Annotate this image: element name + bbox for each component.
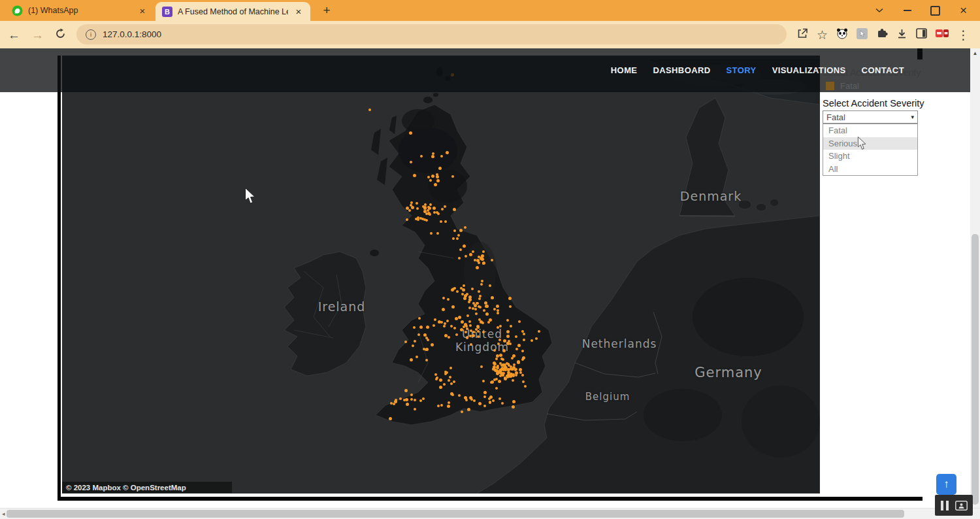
browser-tab-strip: (1) WhatsApp × B A Fused Method of Machi… <box>0 0 980 21</box>
severity-select[interactable]: Fatal ▾ <box>823 110 918 124</box>
minimize-button[interactable] <box>893 0 921 21</box>
nav-link-home[interactable]: HOME <box>609 65 640 75</box>
mouse-cursor-icon <box>244 188 255 207</box>
reload-icon[interactable] <box>55 28 66 42</box>
picture-in-picture-icon[interactable] <box>955 501 968 511</box>
share-icon[interactable] <box>796 27 808 42</box>
severity-select-label: Select Accident Severity <box>823 98 924 109</box>
nav-link-contact[interactable]: CONTACT <box>860 65 906 75</box>
scroll-left-arrow-icon[interactable]: ◂ <box>2 511 5 517</box>
bookmark-star-icon[interactable]: ☆ <box>817 29 828 41</box>
severity-dropdown: Fatal Serious Slight All <box>823 124 918 176</box>
nav-link-dashboard[interactable]: DASHBOARD <box>651 65 712 75</box>
tab-whatsapp[interactable]: (1) WhatsApp × <box>5 0 154 21</box>
scroll-to-top-button[interactable]: ↑ <box>936 474 956 495</box>
close-tab-icon[interactable]: × <box>293 6 304 17</box>
main-nav: HOME DASHBOARD STORY VISUALIZATIONS CONT… <box>609 48 906 92</box>
address-bar[interactable]: i 127.0.0.1:8000 <box>76 24 787 44</box>
horizontal-scrollbar[interactable]: ◂ <box>0 508 980 519</box>
cursor-extension-icon[interactable] <box>857 28 868 42</box>
bootstrap-favicon: B <box>162 7 172 17</box>
downloads-icon[interactable] <box>896 28 907 42</box>
severity-select-value: Fatal <box>823 112 911 122</box>
whatsapp-icon <box>12 5 23 16</box>
side-panel-icon[interactable] <box>916 28 927 41</box>
back-icon[interactable]: ← <box>8 29 20 41</box>
option-fatal[interactable]: Fatal <box>823 124 917 137</box>
mapbox-map[interactable] <box>62 56 820 494</box>
tab-active-fused-method[interactable]: B A Fused Method of Machine Lea × <box>155 2 310 21</box>
extensions-puzzle-icon[interactable] <box>876 27 888 42</box>
kebab-menu-icon[interactable]: ⋮ <box>957 29 970 41</box>
tab-search-icon[interactable] <box>865 0 893 21</box>
toolbar-action-icons: ☆ ⋮ <box>796 21 970 48</box>
story-frame-border-left <box>57 56 61 501</box>
vertical-scrollbar-thumb[interactable] <box>972 234 979 505</box>
option-serious[interactable]: Serious <box>823 137 917 150</box>
url-text: 127.0.0.1:8000 <box>103 29 161 39</box>
forward-icon[interactable]: → <box>31 29 44 41</box>
close-window-button[interactable]: × <box>949 0 977 21</box>
site-info-icon[interactable]: i <box>86 29 96 40</box>
dropdown-cursor-icon <box>857 137 866 153</box>
new-tab-button[interactable]: + <box>318 2 335 19</box>
close-tab-icon[interactable]: × <box>137 5 148 16</box>
map-land-shapes <box>62 56 820 494</box>
red-badge-extension-icon[interactable] <box>936 29 949 41</box>
scroll-up-arrow-icon[interactable]: ▲ <box>970 50 980 56</box>
option-slight[interactable]: Slight <box>823 150 917 163</box>
panda-extension-icon[interactable] <box>836 27 848 42</box>
nav-link-visualizations[interactable]: VISUALIZATIONS <box>770 65 848 75</box>
vertical-scrollbar[interactable]: ▲ <box>970 48 980 508</box>
horizontal-scrollbar-thumb[interactable] <box>7 510 904 518</box>
site-navbar: Select Accident Severity Fatal HOME DASH… <box>0 48 970 92</box>
screen-recorder-overlay <box>935 495 973 516</box>
toolbar-nav-icons: ← → <box>8 21 66 48</box>
story-frame-border-bottom <box>57 497 923 501</box>
chevron-down-icon: ▾ <box>911 114 917 120</box>
window-controls: × <box>865 0 977 21</box>
maximize-button[interactable] <box>921 0 949 21</box>
nav-link-story[interactable]: STORY <box>725 65 759 75</box>
map-attribution[interactable]: © 2023 Mapbox © OpenStreetMap <box>62 482 232 493</box>
option-all[interactable]: All <box>823 163 917 176</box>
pause-icon[interactable] <box>941 501 943 511</box>
